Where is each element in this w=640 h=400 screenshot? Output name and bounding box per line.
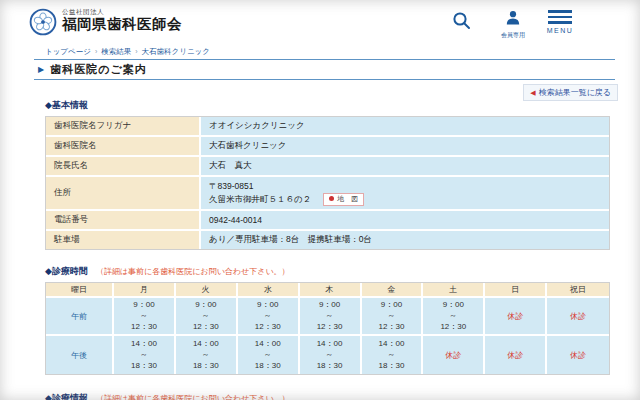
- hours-col-header: 土: [423, 283, 485, 298]
- main-content: ◆基本情報 歯科医院名フリガナオオイシシカクリニック歯科医院名大石歯科クリニック…: [45, 99, 610, 400]
- row-label: 電話番号: [46, 211, 201, 231]
- person-icon: [505, 10, 521, 25]
- closed-cell: 休診: [485, 336, 547, 374]
- hours-col-header: 曜日: [46, 283, 114, 298]
- table-row: 歯科医院名大石歯科クリニック: [46, 137, 609, 157]
- org-type: 公益社団法人: [62, 8, 182, 15]
- breadcrumb-item-1[interactable]: トップページ: [45, 47, 91, 56]
- member-login-button[interactable]: 会員専用: [499, 10, 527, 40]
- back-arrow-icon: ◀: [530, 89, 535, 96]
- back-link-label: 検索結果一覧に戻る: [539, 88, 611, 97]
- basic-info-heading: ◆基本情報: [45, 99, 610, 112]
- treatment-info-note: （詳細は事前に各歯科医院にお問い合わせ下さい。）: [96, 394, 290, 400]
- hours-row: 午前9：00～12：309：00～12：309：00～12：309：00～12：…: [46, 298, 609, 336]
- row-value: 〒839-0851久留米市御井町５１６の２地 図: [201, 177, 609, 211]
- association-logo-icon[interactable]: [29, 8, 57, 36]
- row-value: 大石 真大: [201, 157, 609, 177]
- row-label: 住所: [46, 177, 201, 211]
- breadcrumb-separator: ›: [91, 48, 101, 55]
- hours-col-header: 金: [362, 283, 424, 298]
- hours-row: 午後14：00～18：3014：00～18：3014：00～18：3014：00…: [46, 336, 609, 374]
- row-label: 院長氏名: [46, 157, 201, 177]
- menu-label: MENU: [545, 27, 575, 34]
- hours-col-header: 木: [300, 283, 362, 298]
- row-value: 大石歯科クリニック: [201, 137, 609, 157]
- title-arrow-icon: ▶: [38, 65, 44, 74]
- closed-cell: 休診: [547, 298, 609, 336]
- time-cell: 9：00～12：30: [362, 298, 424, 336]
- hours-col-header: 祝日: [547, 283, 609, 298]
- org-identity: 公益社団法人 福岡県歯科医師会: [62, 8, 182, 33]
- row-label: 歯科医院名: [46, 137, 201, 157]
- row-value: オオイシシカクリニック: [201, 117, 609, 137]
- closed-cell: 休診: [485, 298, 547, 336]
- postal-code: 〒839-0851: [209, 180, 601, 193]
- hours-col-header: 水: [238, 283, 300, 298]
- map-button[interactable]: 地 図: [323, 193, 364, 207]
- hours-heading-text: ◆診療時間: [45, 266, 88, 276]
- table-row: 駐車場あり／専用駐車場：8台 提携駐車場：0台: [46, 231, 609, 249]
- org-name: 福岡県歯科医師会: [62, 17, 182, 33]
- time-cell: 9：00～12：30: [238, 298, 300, 336]
- table-row: 住所〒839-0851久留米市御井町５１６の２地 図: [46, 177, 609, 211]
- closed-cell: 休診: [423, 336, 485, 374]
- breadcrumb-separator: ›: [131, 48, 141, 55]
- time-cell: 14：00～18：30: [300, 336, 362, 374]
- treatment-info-heading-text: ◆診療情報: [45, 393, 88, 400]
- search-icon: [452, 11, 471, 30]
- hours-table: 曜日月火水木金土日祝日 午前9：00～12：309：00～12：309：00～1…: [45, 282, 610, 375]
- time-cell: 14：00～18：30: [238, 336, 300, 374]
- map-button-label: 地 図: [337, 195, 358, 202]
- row-label: 歯科医院名フリガナ: [46, 117, 201, 137]
- table-row: 電話番号0942-44-0014: [46, 211, 609, 231]
- time-cell: 9：00～12：30: [423, 298, 485, 336]
- time-cell: 14：00～18：30: [114, 336, 176, 374]
- site-header: 公益社団法人 福岡県歯科医師会 会員専用 MENU: [0, 0, 640, 46]
- time-cell: 9：00～12：30: [114, 298, 176, 336]
- time-cell: 14：00～18：30: [176, 336, 238, 374]
- search-button[interactable]: [450, 11, 472, 34]
- breadcrumb-item-3: 大石歯科クリニック: [142, 47, 210, 56]
- breadcrumb-item-2[interactable]: 検索結果: [101, 47, 131, 56]
- time-cell: 9：00～12：30: [176, 298, 238, 336]
- row-value: あり／専用駐車場：8台 提携駐車場：0台: [201, 231, 609, 249]
- breadcrumb: トップページ›検索結果›大石歯科クリニック: [45, 47, 210, 57]
- row-label: 駐車場: [46, 231, 201, 249]
- table-row: 歯科医院名フリガナオオイシシカクリニック: [46, 117, 609, 137]
- closed-cell: 休診: [547, 336, 609, 374]
- time-cell: 14：00～18：30: [362, 336, 424, 374]
- map-marker-icon: [329, 196, 334, 201]
- table-row: 院長氏名大石 真大: [46, 157, 609, 177]
- member-label: 会員専用: [499, 31, 527, 40]
- hours-note: （詳細は事前に各歯科医院にお問い合わせ下さい。）: [96, 267, 290, 276]
- hours-col-header: 日: [485, 283, 547, 298]
- hours-col-header: 火: [176, 283, 238, 298]
- menu-button[interactable]: MENU: [545, 10, 575, 34]
- hamburger-icon: [545, 10, 575, 24]
- row-value: 0942-44-0014: [201, 211, 609, 231]
- page-title-bar: ▶ 歯科医院のご案内: [34, 59, 615, 80]
- page-title: 歯科医院のご案内: [50, 62, 147, 77]
- hours-heading: ◆診療時間（詳細は事前に各歯科医院にお問い合わせ下さい。）: [45, 265, 610, 278]
- basic-info-table: 歯科医院名フリガナオオイシシカクリニック歯科医院名大石歯科クリニック院長氏名大石…: [45, 116, 610, 250]
- address-line: 久留米市御井町５１６の２地 図: [209, 193, 601, 207]
- daypart-label: 午後: [46, 336, 114, 374]
- hours-col-header: 月: [114, 283, 176, 298]
- daypart-label: 午前: [46, 298, 114, 336]
- treatment-info-heading: ◆診療情報（詳細は事前に各歯科医院にお問い合わせ下さい。）: [45, 392, 610, 400]
- time-cell: 9：00～12：30: [300, 298, 362, 336]
